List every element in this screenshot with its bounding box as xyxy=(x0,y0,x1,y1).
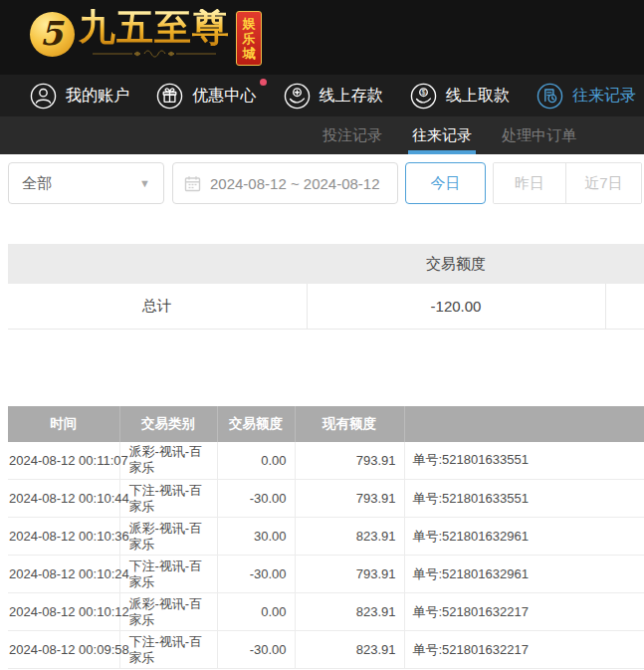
cell-amount: 0.00 xyxy=(217,442,295,480)
today-button[interactable]: 今日 xyxy=(405,162,486,204)
cell-time: 2024-08-12 00:10:12 xyxy=(8,593,119,631)
brand-header: 5 九五至尊 娱乐城 xyxy=(0,0,644,75)
cell-type: 派彩-视讯-百家乐 xyxy=(119,442,217,480)
cell-type: 下注-视讯-百家乐 xyxy=(119,556,217,593)
nav-label: 线上取款 xyxy=(446,86,510,107)
nav-label: 线上存款 xyxy=(320,86,383,107)
col-header-order xyxy=(404,406,644,442)
last7days-button[interactable]: 近7日 xyxy=(565,163,641,203)
brand-monogram-icon: 5 xyxy=(30,12,75,57)
summary-header-row: 交易额度 xyxy=(8,244,644,284)
cell-type: 下注-视讯-百家乐 xyxy=(119,631,217,669)
tab-betting-records[interactable]: 投注记录 xyxy=(322,116,382,154)
brand-logo[interactable]: 5 九五至尊 娱乐城 xyxy=(30,9,262,66)
deposit-hand-coin-icon xyxy=(284,83,311,110)
cell-time: 2024-08-12 00:10:44 xyxy=(8,480,119,518)
summary-total-extra xyxy=(605,284,644,329)
cell-order: 单号:521801632961 xyxy=(404,518,644,556)
nav-item-transaction-records[interactable]: 往来记录 xyxy=(537,83,636,110)
cell-type: 派彩-视讯-百家乐 xyxy=(119,593,217,631)
brand-name: 九五至尊 xyxy=(79,9,230,46)
table-row: 2024-08-12 00:10:24 下注-视讯-百家乐 -30.00 793… xyxy=(8,556,644,593)
cell-balance: 823.91 xyxy=(295,631,404,669)
tab-transaction-records[interactable]: 往来记录 xyxy=(412,116,472,154)
cell-order: 单号:521801632217 xyxy=(404,593,644,631)
brand-monogram: 5 xyxy=(40,17,63,50)
nav-label: 优惠中心 xyxy=(192,86,256,107)
nav-item-withdraw[interactable]: $ 线上取款 xyxy=(410,83,510,110)
nav-label: 我的账户 xyxy=(66,86,129,107)
flourish-ornament-icon xyxy=(91,49,218,59)
calendar-icon xyxy=(184,175,201,192)
cell-balance: 793.91 xyxy=(295,480,404,518)
nav-item-promotions[interactable]: 优惠中心 xyxy=(156,83,256,110)
tab-pending-orders[interactable]: 处理中订单 xyxy=(502,116,576,154)
date-range-value: 2024-08-12 ~ 2024-08-12 xyxy=(210,175,380,192)
cell-amount: -30.00 xyxy=(217,556,295,593)
type-select[interactable]: 全部 ▼ xyxy=(8,162,164,204)
transactions-table: 时间 交易类别 交易额度 现有额度 2024-08-12 00:11:07 派彩… xyxy=(8,406,644,670)
cell-balance: 823.91 xyxy=(295,593,404,631)
cell-balance: 823.91 xyxy=(295,518,404,556)
record-tabs: 投注记录 往来记录 处理中订单 xyxy=(0,116,644,154)
gift-icon xyxy=(156,83,183,110)
cell-amount: -30.00 xyxy=(217,631,295,669)
filter-bar: 全部 ▼ 2024-08-12 ~ 2024-08-12 今日 昨日 近7日 xyxy=(0,154,644,204)
table-row: 2024-08-12 00:09:58 下注-视讯-百家乐 -30.00 823… xyxy=(8,631,644,669)
quick-range-group: 昨日 近7日 xyxy=(493,162,642,204)
col-header-time: 时间 xyxy=(8,406,119,442)
cell-order: 单号:521801633551 xyxy=(404,442,644,480)
yesterday-button[interactable]: 昨日 xyxy=(494,163,565,203)
svg-text:$: $ xyxy=(421,88,425,97)
table-row: 2024-08-12 00:10:12 派彩-视讯-百家乐 0.00 823.9… xyxy=(8,593,644,631)
cell-time: 2024-08-12 00:11:07 xyxy=(8,442,119,480)
brand-badge: 娱乐城 xyxy=(236,11,262,66)
col-header-amount: 交易额度 xyxy=(217,406,295,442)
table-header-row: 时间 交易类别 交易额度 现有额度 xyxy=(8,406,644,442)
summary-total-label: 总计 xyxy=(8,284,307,329)
cell-time: 2024-08-12 00:10:24 xyxy=(8,556,119,593)
summary-header-empty xyxy=(8,244,307,284)
table-row: 2024-08-12 00:10:36 派彩-视讯-百家乐 30.00 823.… xyxy=(8,518,644,556)
main-nav: 我的账户 优惠中心 线上存款 $ 线上取款 xyxy=(0,75,644,116)
cell-amount: -30.00 xyxy=(217,480,295,518)
summary-table: 交易额度 总计 -120.00 xyxy=(8,244,644,330)
nav-item-my-account[interactable]: 我的账户 xyxy=(30,83,129,110)
table-row: 2024-08-12 00:10:44 下注-视讯-百家乐 -30.00 793… xyxy=(8,480,644,518)
cell-type: 派彩-视讯-百家乐 xyxy=(119,518,217,556)
cell-balance: 793.91 xyxy=(295,442,404,480)
summary-total-value: -120.00 xyxy=(307,284,605,329)
cell-order: 单号:521801632961 xyxy=(404,556,644,593)
type-select-value: 全部 xyxy=(22,174,52,193)
summary-header-amount: 交易额度 xyxy=(307,244,605,284)
cell-balance: 793.91 xyxy=(295,556,404,593)
cell-order: 单号:521801633551 xyxy=(404,480,644,518)
notification-dot xyxy=(260,79,267,86)
cell-amount: 0.00 xyxy=(217,593,295,631)
transaction-records-icon xyxy=(537,83,563,110)
cell-amount: 30.00 xyxy=(217,518,295,556)
nav-item-deposit[interactable]: 线上存款 xyxy=(284,83,383,110)
summary-total-row: 总计 -120.00 xyxy=(8,284,644,329)
user-icon xyxy=(30,83,57,110)
nav-label: 往来记录 xyxy=(572,86,636,107)
table-row: 2024-08-12 00:11:07 派彩-视讯-百家乐 0.00 793.9… xyxy=(8,442,644,480)
dropdown-caret-icon: ▼ xyxy=(139,177,150,189)
withdraw-hand-coin-icon: $ xyxy=(410,83,437,110)
cell-time: 2024-08-12 00:09:58 xyxy=(8,631,119,669)
col-header-type: 交易类别 xyxy=(119,406,217,442)
cell-time: 2024-08-12 00:10:36 xyxy=(8,518,119,556)
cell-type: 下注-视讯-百家乐 xyxy=(119,480,217,518)
col-header-balance: 现有额度 xyxy=(295,406,404,442)
summary-header-empty2 xyxy=(605,244,644,284)
date-range-input[interactable]: 2024-08-12 ~ 2024-08-12 xyxy=(172,162,398,204)
cell-order: 单号:521801632217 xyxy=(404,631,644,669)
